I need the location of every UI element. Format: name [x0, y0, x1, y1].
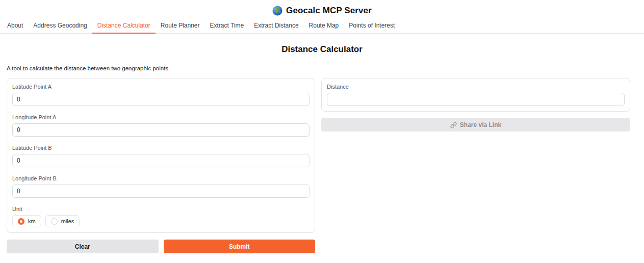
distance-output-input[interactable]: [327, 93, 625, 106]
latitude-b-label: Latitude Point B: [12, 145, 310, 151]
field-longitude-a: Longitude Point A: [12, 114, 310, 137]
latitude-a-input[interactable]: [12, 93, 310, 106]
radio-unchecked-icon: [51, 218, 58, 225]
tab-address-geocoding[interactable]: Address Geocoding: [28, 19, 92, 34]
clear-button[interactable]: Clear: [7, 240, 159, 253]
submit-button[interactable]: Submit: [164, 240, 316, 253]
longitude-b-input[interactable]: [12, 185, 310, 198]
latitude-b-input[interactable]: [12, 154, 310, 167]
app-title: Geocalc MCP Server: [286, 6, 372, 16]
page-title: Distance Calculator: [0, 44, 644, 55]
unit-km-label: km: [28, 218, 36, 224]
input-card: Latitude Point A Longitude Point A Latit…: [7, 78, 315, 233]
unit-miles-radio[interactable]: miles: [45, 215, 80, 227]
form-buttons: Clear Submit: [7, 240, 315, 253]
tab-route-map[interactable]: Route Map: [304, 19, 344, 34]
tab-about[interactable]: About: [2, 19, 28, 34]
tab-points-of-interest[interactable]: Points of Interest: [344, 19, 400, 34]
unit-label: Unit: [12, 206, 310, 213]
share-via-link-label: Share via Link: [460, 121, 501, 128]
longitude-a-label: Longitude Point A: [12, 114, 310, 121]
field-longitude-b: Longitude Point B: [12, 175, 310, 198]
distance-label: Distance: [327, 84, 625, 90]
output-card: Distance: [321, 78, 630, 112]
link-icon: [450, 122, 457, 128]
field-latitude-b: Latitude Point B: [12, 145, 310, 167]
output-column: Distance Share via Link: [321, 78, 630, 132]
unit-miles-label: miles: [61, 218, 74, 224]
unit-km-radio[interactable]: km: [12, 215, 41, 227]
tab-distance-calculator[interactable]: Distance Calculator: [92, 19, 156, 34]
tab-route-planner[interactable]: Route Planner: [156, 19, 205, 34]
tab-extract-time[interactable]: Extract Time: [205, 19, 249, 34]
tab-extract-distance[interactable]: Extract Distance: [249, 19, 303, 34]
share-via-link-button[interactable]: Share via Link: [321, 118, 630, 132]
field-latitude-a: Latitude Point A: [12, 84, 310, 106]
unit-radio-group: km miles: [12, 215, 310, 227]
field-distance: Distance: [327, 84, 625, 106]
latitude-a-label: Latitude Point A: [12, 84, 310, 90]
app-root: Geocalc MCP Server About Address Geocodi…: [0, 0, 644, 253]
main-content: Latitude Point A Longitude Point A Latit…: [0, 71, 644, 253]
tab-bar: About Address Geocoding Distance Calcula…: [0, 19, 644, 34]
longitude-a-input[interactable]: [12, 123, 310, 137]
app-header: Geocalc MCP Server: [0, 0, 644, 17]
input-column: Latitude Point A Longitude Point A Latit…: [7, 78, 315, 253]
page-description: A tool to calculate the distance between…: [7, 65, 637, 71]
field-unit: Unit km miles: [12, 206, 310, 227]
radio-checked-icon: [18, 218, 24, 225]
globe-icon: [272, 6, 282, 16]
longitude-b-label: Longitude Point B: [12, 175, 310, 182]
